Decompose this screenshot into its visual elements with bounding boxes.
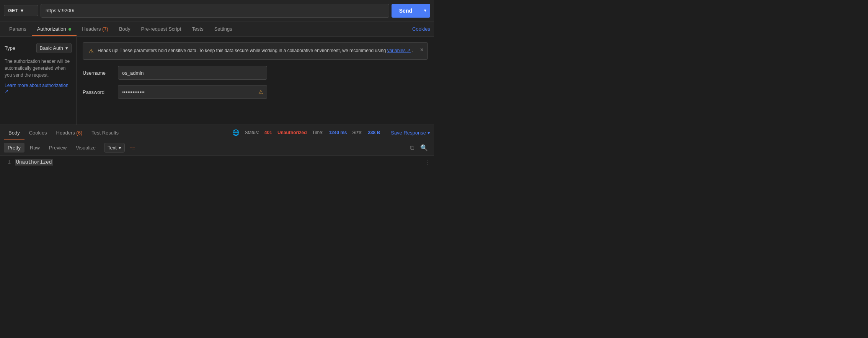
username-label: Username: [83, 70, 113, 76]
username-row: Username: [83, 66, 428, 80]
response-content: Unauthorized: [15, 159, 53, 165]
learn-more-link[interactable]: Learn more about authorization ↗: [5, 83, 69, 94]
format-tab-preview[interactable]: Preview: [45, 143, 70, 153]
response-section: Body Cookies Headers (6) Test Results 🌐 …: [0, 125, 434, 169]
auth-panel: Type Basic Auth ▾ The authorization head…: [0, 37, 434, 125]
status-label: Status:: [245, 130, 259, 135]
tab-params[interactable]: Params: [4, 22, 32, 36]
response-line-1: 1 Unauthorized ⋮: [0, 159, 434, 166]
alert-icon: ⚠: [88, 48, 94, 55]
method-select[interactable]: GET ▾: [4, 5, 38, 16]
resp-tab-test-results[interactable]: Test Results: [87, 126, 123, 139]
app-container: GET ▾ Send ▾ Params Authorization Header…: [0, 0, 434, 169]
text-format-chevron-icon: ▾: [119, 145, 121, 151]
request-tabs-row: Params Authorization Headers (7) Body Pr…: [0, 21, 434, 37]
globe-icon: 🌐: [232, 129, 240, 136]
response-tabs-row: Body Cookies Headers (6) Test Results 🌐 …: [0, 125, 434, 140]
format-tab-visualize[interactable]: Visualize: [72, 143, 100, 153]
tab-tests[interactable]: Tests: [186, 22, 209, 36]
url-input[interactable]: [41, 4, 389, 18]
type-label: Type: [5, 45, 15, 51]
send-label: Send: [392, 4, 420, 18]
auth-description: The authorization header will be automat…: [5, 58, 72, 79]
send-chevron-icon[interactable]: ▾: [420, 4, 430, 18]
save-response-label: Save Response: [391, 130, 426, 136]
status-info: 🌐 Status: 401 Unauthorized Time: 1240 ms…: [232, 129, 431, 136]
size-label: Size:: [352, 130, 363, 135]
top-bar: GET ▾ Send ▾: [0, 0, 434, 21]
variables-link[interactable]: variables ↗: [387, 48, 411, 53]
search-icon[interactable]: 🔍: [418, 143, 430, 153]
tab-headers[interactable]: Headers (7): [77, 22, 114, 36]
alert-text: Heads up! These parameters hold sensitiv…: [98, 47, 422, 54]
tab-authorization[interactable]: Authorization: [32, 22, 77, 36]
password-row: Password ⚠: [83, 85, 428, 99]
alert-close-icon[interactable]: ×: [420, 46, 424, 53]
response-text: Unauthorized: [15, 159, 53, 166]
resp-tab-cookies[interactable]: Cookies: [24, 126, 52, 139]
text-format-select[interactable]: Text ▾: [104, 143, 125, 153]
sensitive-data-alert: ⚠ Heads up! These parameters hold sensit…: [83, 42, 428, 60]
resp-tab-body[interactable]: Body: [4, 126, 24, 139]
save-response-button[interactable]: Save Response ▾: [391, 130, 430, 136]
filter-icon[interactable]: ⁻≡: [129, 145, 135, 151]
auth-type-select[interactable]: Basic Auth ▾: [36, 43, 72, 53]
copy-icon[interactable]: ⧉: [408, 143, 416, 153]
password-wrapper: ⚠: [118, 85, 267, 99]
scroll-handle-icon: ⋮: [424, 159, 430, 166]
method-value: GET: [8, 8, 18, 13]
auth-left-panel: Type Basic Auth ▾ The authorization head…: [0, 37, 77, 125]
format-tab-raw[interactable]: Raw: [26, 143, 44, 153]
password-input[interactable]: [118, 85, 267, 99]
format-toolbar: Pretty Raw Preview Visualize Text ▾ ⁻≡ ⧉…: [0, 140, 434, 156]
status-code: 401: [264, 130, 272, 135]
response-size: 238 B: [368, 130, 380, 135]
type-row: Type Basic Auth ▾: [5, 43, 72, 53]
resp-tab-headers[interactable]: Headers (6): [52, 126, 87, 139]
password-label: Password: [83, 89, 113, 95]
tab-body[interactable]: Body: [114, 22, 136, 36]
format-tab-pretty[interactable]: Pretty: [4, 143, 24, 153]
response-time: 1240 ms: [329, 130, 347, 135]
auth-type-value: Basic Auth: [40, 45, 63, 51]
text-format-value: Text: [108, 145, 117, 151]
response-body: 1 Unauthorized ⋮: [0, 156, 434, 169]
send-button[interactable]: Send ▾: [392, 4, 430, 18]
save-response-chevron-icon: ▾: [427, 130, 430, 136]
tab-settings[interactable]: Settings: [209, 22, 238, 36]
tab-pre-request[interactable]: Pre-request Script: [136, 22, 187, 36]
username-input[interactable]: [118, 66, 267, 80]
auth-type-chevron-icon: ▾: [65, 45, 68, 51]
cookies-link[interactable]: Cookies: [412, 26, 430, 32]
active-dot-icon: [69, 28, 71, 31]
method-chevron-icon: ▾: [21, 8, 23, 13]
status-text: Unauthorized: [277, 130, 307, 135]
time-label: Time:: [312, 130, 324, 135]
auth-right-panel: ⚠ Heads up! These parameters hold sensit…: [77, 37, 434, 125]
line-number-1: 1: [0, 159, 15, 165]
password-warning-icon: ⚠: [258, 89, 263, 95]
